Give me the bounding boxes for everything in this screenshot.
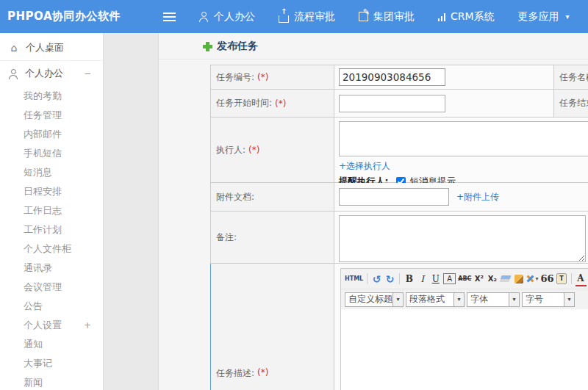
tab-more-apps[interactable]: 更多应用 ▾ <box>518 10 570 24</box>
chevron-down-icon: ▾ <box>392 293 403 306</box>
field-label: 备注: <box>216 231 237 244</box>
collapse-toggle[interactable]: − <box>84 68 91 79</box>
field-label: 附件文档: <box>216 191 254 203</box>
task-number-row: 任务编号: (*) 任务名称: (*) <box>211 65 588 90</box>
content-card: 发布任务 任务编号: (*) 任务名称: (*) <box>158 33 588 390</box>
tab-personal-office[interactable]: 个人办公 <box>199 10 255 24</box>
sidebar-item-personal-desktop[interactable]: ⌂ 个人桌面 <box>0 37 103 58</box>
sidebar-item-work-log[interactable]: 工作日志 <box>0 201 103 220</box>
sidebar-item-work-plan[interactable]: 工作计划 <box>0 220 103 239</box>
executor-label-cell: 执行人: (*) <box>211 118 334 182</box>
attachment-upload-link[interactable]: +附件上传 <box>456 191 499 203</box>
quick-format-icon[interactable]: ▾ <box>526 272 538 286</box>
attachment-input[interactable] <box>339 188 449 206</box>
sidebar: ⌂ 个人桌面 个人办公 − 我的考勤 任务管理 内部邮件 手机短信 短消息 日程… <box>0 33 104 390</box>
sidebar-item-label: 工作计划 <box>24 220 62 239</box>
divider <box>0 60 103 61</box>
sidebar-item-label: 日程安排 <box>24 182 62 201</box>
brush-glyph <box>514 275 523 284</box>
sidebar-item-meeting-management[interactable]: 会议管理 <box>0 278 103 297</box>
tab-label: 个人办公 <box>214 10 255 24</box>
sidebar-item-announcement[interactable]: 公告 <box>0 297 103 316</box>
tab-label: 更多应用 <box>518 10 559 24</box>
bold-button[interactable]: B <box>404 272 415 286</box>
select-value: 字体 <box>467 293 509 306</box>
redo-icon[interactable] <box>384 272 395 286</box>
sidebar-item-label: 公告 <box>24 297 43 316</box>
editor-content-area[interactable] <box>341 309 588 390</box>
expand-toggle[interactable]: + <box>84 316 91 335</box>
font-style-button[interactable]: A <box>443 273 456 284</box>
tab-process-approval[interactable]: 流程审批 <box>279 10 335 24</box>
sidebar-item-memorabilia[interactable]: 大事记 <box>0 354 103 373</box>
end-time-label-cell: 任务结束时间: (*) <box>553 90 588 117</box>
task-number-input[interactable] <box>339 68 445 86</box>
user-icon <box>9 69 18 79</box>
heading-select[interactable]: 自定义标题 ▾ <box>345 292 404 307</box>
editor-toolbar-row1: HTML B I U A ABC X² <box>341 269 588 289</box>
sidebar-item-notification[interactable]: 通知 <box>0 335 103 354</box>
start-time-input[interactable] <box>339 95 445 112</box>
paste-text-icon[interactable] <box>556 272 567 286</box>
start-time-field-cell <box>334 90 553 117</box>
underline-button[interactable]: U <box>430 272 441 286</box>
magic-glyph <box>526 275 534 283</box>
paragraph-format-select[interactable]: 段落格式 ▾ <box>406 292 465 307</box>
format-brush-icon[interactable] <box>513 272 524 286</box>
sidebar-item-label: 通知 <box>24 335 43 354</box>
chevron-down-icon: ▾ <box>566 12 570 21</box>
attachment-row: 附件文档: +附件上传 <box>211 183 588 212</box>
blockquote-button[interactable]: 66 <box>540 272 553 286</box>
italic-button[interactable]: I <box>417 272 428 286</box>
description-field-cell: HTML B I U A ABC X² <box>334 264 588 390</box>
executor-textarea[interactable] <box>339 121 588 156</box>
hamburger-menu-icon[interactable] <box>163 12 176 21</box>
sidebar-item-label: 会议管理 <box>24 278 62 297</box>
eraser-icon[interactable] <box>500 272 511 286</box>
sidebar-item-schedule[interactable]: 日程安排 <box>0 182 103 201</box>
sidebar-item-label: 通讯录 <box>24 259 52 278</box>
field-label: 任务开始时间: <box>216 97 272 109</box>
sidebar-item-contacts[interactable]: 通讯录 <box>0 259 103 278</box>
font-size-select[interactable]: 字号 ▾ <box>522 292 575 307</box>
subscript-button[interactable]: X₂ <box>487 272 498 286</box>
sidebar-item-news[interactable]: 新闻 <box>0 373 103 390</box>
strikethrough-button[interactable]: ABC <box>458 272 471 286</box>
sidebar-item-personal-office[interactable]: 个人办公 − <box>0 63 103 84</box>
description-label-cell: 任务描述: (*) <box>210 264 334 390</box>
sidebar-item-personal-file-cabinet[interactable]: 个人文件柜 <box>0 239 103 259</box>
divider <box>367 273 368 284</box>
process-approval-icon <box>279 15 289 23</box>
edit-square-icon <box>359 12 368 21</box>
font-family-select[interactable]: 字体 ▾ <box>467 292 520 307</box>
remark-textarea[interactable] <box>339 215 586 262</box>
sidebar-item-label: 我的考勤 <box>24 87 62 106</box>
editor-toolbar-row2: 自定义标题 ▾ 段落格式 ▾ 字体 ▾ <box>341 289 588 309</box>
divider <box>571 273 572 284</box>
font-color-button[interactable]: A <box>576 272 587 286</box>
choose-executor-link[interactable]: +选择执行人 <box>339 160 390 173</box>
attachment-label-cell: 附件文档: <box>211 183 334 211</box>
remark-label-cell: 备注: <box>211 212 334 263</box>
divider <box>159 59 588 59</box>
start-time-label-cell: 任务开始时间: (*) <box>211 90 334 117</box>
field-label: 任务编号: <box>216 71 254 84</box>
tab-crm-system[interactable]: CRM系统 <box>438 10 495 24</box>
sidebar-item-short-message[interactable]: 短消息 <box>0 163 103 182</box>
top-navbar: PHPOA协同办公软件 个人办公 流程审批 集团审批 CRM系统 更多应用 ▾ <box>0 0 588 33</box>
undo-icon[interactable] <box>371 272 382 286</box>
required-marker: (*) <box>248 145 259 155</box>
sidebar-item-personal-settings[interactable]: 个人设置 + <box>0 316 103 335</box>
page-header: 发布任务 <box>203 40 258 53</box>
field-label: 任务名称: <box>559 71 588 84</box>
html-source-button[interactable]: HTML <box>345 272 363 286</box>
sidebar-item-my-attendance[interactable]: 我的考勤 <box>0 87 103 106</box>
tab-label: 集团审批 <box>373 10 415 24</box>
app-logo: PHPOA协同办公软件 <box>7 10 121 24</box>
add-plus-icon <box>203 42 212 51</box>
tab-group-approval[interactable]: 集团审批 <box>359 10 415 24</box>
sidebar-item-task-management[interactable]: 任务管理 <box>0 106 103 125</box>
sidebar-item-mobile-sms[interactable]: 手机短信 <box>0 144 103 163</box>
sidebar-item-internal-mail[interactable]: 内部邮件 <box>0 125 103 144</box>
superscript-button[interactable]: X² <box>473 272 484 286</box>
